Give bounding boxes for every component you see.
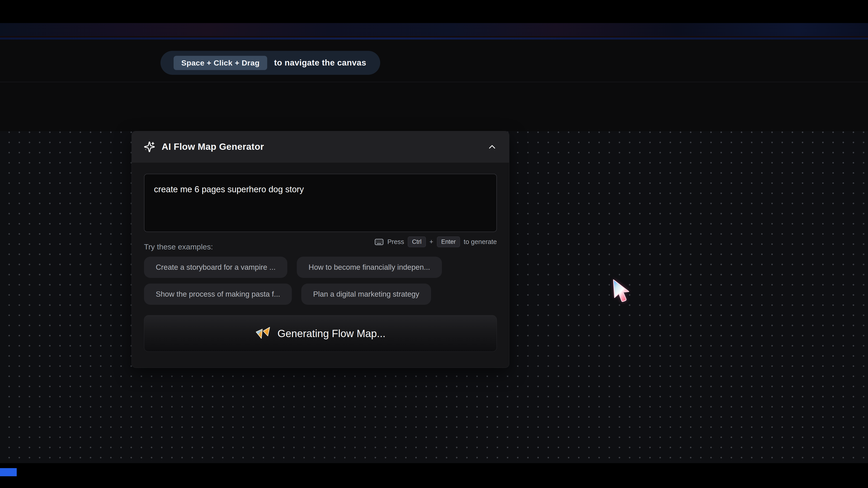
top-gradient-band — [0, 23, 868, 37]
chevron-up-icon[interactable] — [487, 142, 497, 152]
canvas-navigation-hint: Space + Click + Drag to navigate the can… — [160, 51, 380, 75]
example-chip-marketing-strategy[interactable]: Plan a digital marketing strategy — [301, 284, 431, 305]
below-prompt-row: Try these examples: Press Ctrl + Enter t… — [144, 236, 497, 251]
bottom-letterbox — [0, 463, 868, 488]
space-click-drag-kbd: Space + Click + Drag — [174, 56, 267, 70]
generate-button-label: Generating Flow Map... — [277, 327, 385, 339]
example-chip-financially-independent[interactable]: How to become financially indepen... — [297, 257, 442, 278]
top-navy-line — [0, 37, 868, 39]
sparkles-icon — [144, 141, 155, 153]
example-chip-making-pasta[interactable]: Show the process of making pasta f... — [144, 284, 292, 305]
flow-logo-icon — [255, 326, 271, 341]
keyboard-icon — [374, 237, 384, 247]
shortcut-suffix-text: to generate — [464, 238, 497, 246]
enter-key: Enter — [437, 236, 460, 247]
shortcut-press-text: Press — [388, 238, 404, 246]
toolbar-separator — [0, 82, 868, 82]
shortcut-plus: + — [430, 238, 433, 246]
ctrl-key: Ctrl — [408, 236, 426, 247]
shortcut-hint: Press Ctrl + Enter to generate — [374, 236, 497, 247]
example-chip-vampire-storyboard[interactable]: Create a storyboard for a vampire ... — [144, 257, 287, 278]
examples-label: Try these examples: — [144, 236, 213, 251]
generate-flow-map-button[interactable]: Generating Flow Map... — [144, 315, 497, 352]
bottom-left-blue-strip — [0, 468, 17, 476]
panel-header: AI Flow Map Generator — [132, 131, 509, 162]
example-chips: Create a storyboard for a vampire ... Ho… — [144, 257, 497, 305]
prompt-input[interactable]: create me 6 pages superhero dog story — [144, 174, 497, 232]
ai-flow-map-generator-panel: AI Flow Map Generator create me 6 pages … — [131, 131, 509, 368]
canvas-navigation-hint-text: to navigate the canvas — [274, 58, 366, 68]
panel-body: create me 6 pages superhero dog story Tr… — [132, 162, 509, 352]
panel-title: AI Flow Map Generator — [162, 141, 264, 152]
